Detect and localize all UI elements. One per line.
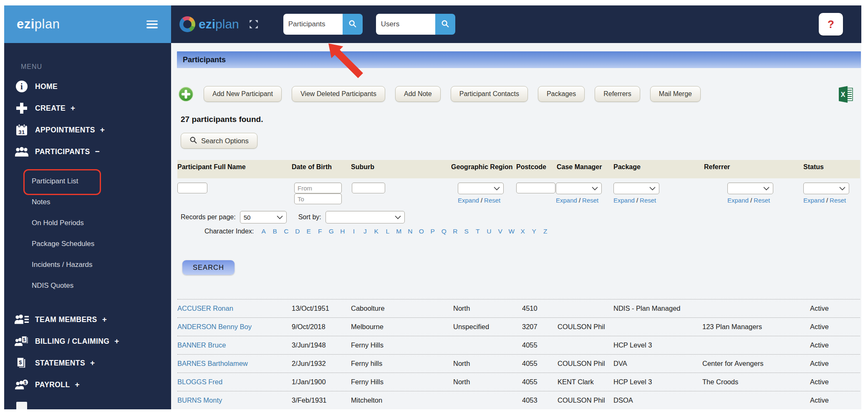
submenu-item-package-schedules[interactable]: Package Schedules <box>4 233 171 254</box>
char-link[interactable]: S <box>461 228 472 235</box>
sidebar-item-appointments[interactable]: 31 APPOINTMENTS + <box>4 119 171 141</box>
participant-link[interactable]: BURNS Monty <box>177 396 222 404</box>
char-link[interactable]: A <box>258 228 269 235</box>
dob-to-input[interactable] <box>294 193 342 204</box>
slash: / <box>826 197 828 204</box>
help-button[interactable]: ? <box>819 13 843 36</box>
char-link[interactable]: V <box>495 228 506 235</box>
sort-by-select[interactable] <box>326 211 405 223</box>
name-filter-input[interactable] <box>177 183 207 193</box>
hamburger-menu-icon[interactable] <box>146 20 158 28</box>
char-link[interactable]: W <box>506 228 517 235</box>
region-expand-link[interactable]: Expand <box>458 197 479 204</box>
column-header[interactable]: Referrer <box>702 160 802 178</box>
sidebar-item-partial[interactable] <box>4 396 171 409</box>
records-per-page-select[interactable]: 50 <box>240 211 287 223</box>
referrers-button[interactable]: Referrers <box>595 86 640 102</box>
char-link[interactable]: B <box>269 228 280 235</box>
column-header[interactable]: Participant Full Name <box>177 160 292 178</box>
add-participant-plus-icon[interactable] <box>178 86 194 102</box>
char-link[interactable]: K <box>371 228 382 235</box>
char-link[interactable]: E <box>303 228 314 235</box>
region-reset-link[interactable]: Reset <box>484 197 500 204</box>
referrer-filter-select[interactable] <box>727 183 773 194</box>
add-new-participant-button[interactable]: Add New Participant <box>204 86 282 102</box>
add-note-button[interactable]: Add Note <box>395 86 441 102</box>
char-link[interactable]: U <box>483 228 495 235</box>
packages-button[interactable]: Packages <box>538 86 585 102</box>
participant-link[interactable]: ACCUSER Ronan <box>177 304 233 312</box>
package-filter-select[interactable] <box>613 183 659 194</box>
referrer-expand-link[interactable]: Expand <box>727 197 749 204</box>
char-link[interactable]: C <box>280 228 292 235</box>
sidebar-item-participants[interactable]: PARTICIPANTS − <box>4 141 171 162</box>
char-link[interactable]: D <box>292 228 303 235</box>
mail-merge-button[interactable]: Mail Merge <box>650 86 701 102</box>
sidebar-item-statements[interactable]: $ STATEMENTS + <box>4 352 171 374</box>
submenu-item-notes[interactable]: Notes <box>4 192 171 213</box>
participant-contacts-button[interactable]: Participant Contacts <box>451 86 528 102</box>
submenu-item-incidents-hazards[interactable]: Incidents / Hazards <box>4 254 171 275</box>
package-expand-link[interactable]: Expand <box>613 197 635 204</box>
excel-export-icon[interactable]: X <box>839 86 854 105</box>
column-header[interactable]: Date of Birth <box>292 160 351 178</box>
slash: / <box>579 197 580 204</box>
sidebar-item-home[interactable]: i HOME <box>4 76 171 97</box>
participants-search-input[interactable] <box>283 14 343 35</box>
participant-link[interactable]: ANDERSON Benny Boy <box>177 323 252 330</box>
status-filter-select[interactable] <box>803 183 849 194</box>
case-manager-expand-link[interactable]: Expand <box>556 197 577 204</box>
char-link[interactable]: P <box>427 228 438 235</box>
postcode-filter-input[interactable] <box>516 183 555 193</box>
users-search-button[interactable] <box>435 14 455 35</box>
char-link[interactable]: H <box>337 228 348 235</box>
users-search-input[interactable] <box>376 14 435 35</box>
package-reset-link[interactable]: Reset <box>640 197 656 204</box>
char-link[interactable]: X <box>517 228 528 235</box>
column-header[interactable]: Status <box>802 160 860 178</box>
char-link[interactable]: I <box>348 228 359 235</box>
participant-link[interactable]: BARNES Bartholamew <box>177 360 248 367</box>
char-link[interactable]: R <box>449 228 461 235</box>
sidebar-item-billing-claiming[interactable]: $ BILLING / CLAIMING + <box>4 330 171 352</box>
char-link[interactable]: Y <box>528 228 540 235</box>
submenu-item-participant-list[interactable]: Participant List <box>4 171 171 192</box>
sidebar-item-payroll[interactable]: $ PAYROLL + <box>4 374 171 396</box>
sidebar-item-team-members[interactable]: TEAM MEMBERS + <box>4 309 171 330</box>
char-link[interactable]: G <box>326 228 337 235</box>
view-deleted-participants-button[interactable]: View Deleted Participants <box>292 86 385 102</box>
char-link[interactable]: F <box>314 228 326 235</box>
char-link[interactable]: O <box>416 228 427 235</box>
referrer-reset-link[interactable]: Reset <box>754 197 770 204</box>
region-filter-select[interactable] <box>458 183 504 194</box>
char-link[interactable]: J <box>359 228 371 235</box>
status-reset-link[interactable]: Reset <box>830 197 846 204</box>
suburb-filter-input[interactable] <box>352 183 385 193</box>
char-link[interactable]: T <box>472 228 483 235</box>
char-link[interactable]: M <box>393 228 404 235</box>
char-link[interactable]: L <box>382 228 393 235</box>
sidebar-item-create[interactable]: CREATE + <box>4 97 171 119</box>
dob-from-input[interactable] <box>294 183 342 193</box>
column-header[interactable]: Postcode <box>505 160 553 178</box>
submenu-item-on-hold-periods[interactable]: On Hold Periods <box>4 213 171 233</box>
search-options-button[interactable]: Search Options <box>181 133 257 149</box>
column-header[interactable]: Suburb <box>351 160 451 178</box>
column-header[interactable]: Case Manager <box>553 160 613 178</box>
fullscreen-icon[interactable] <box>248 19 259 30</box>
case-manager-reset-link[interactable]: Reset <box>582 197 598 204</box>
case-manager-filter-select[interactable] <box>556 183 602 194</box>
char-link[interactable]: N <box>404 228 416 235</box>
participant-link[interactable]: BANNER Bruce <box>177 341 226 349</box>
status-expand-link[interactable]: Expand <box>803 197 825 204</box>
column-header[interactable]: Package <box>613 160 702 178</box>
menu-section-label: MENU <box>21 63 171 76</box>
search-icon <box>348 20 357 29</box>
column-header[interactable]: Geographic Region <box>451 160 505 178</box>
participants-search-button[interactable] <box>343 14 363 35</box>
participant-link[interactable]: BLOGGS Fred <box>177 378 222 386</box>
search-button[interactable]: SEARCH <box>182 260 235 275</box>
char-link[interactable]: Z <box>540 228 551 235</box>
char-link[interactable]: Q <box>438 228 449 235</box>
submenu-item-ndis-quotes[interactable]: NDIS Quotes <box>4 275 171 296</box>
